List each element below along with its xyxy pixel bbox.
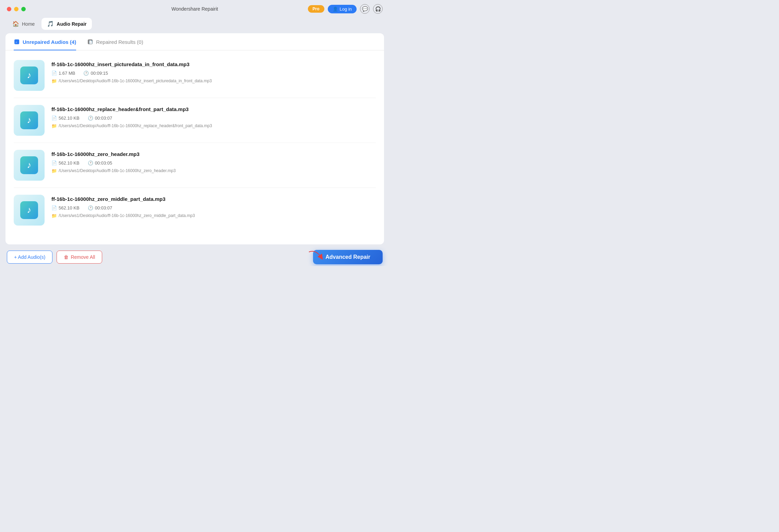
user-icon: 👤 [333, 7, 338, 12]
file-thumbnail: ♪ [14, 60, 45, 91]
file-size-value: 562.10 KB [59, 116, 80, 121]
file-item: ♪ ff-16b-1c-16000hz_zero_middle_part_dat… [14, 188, 376, 232]
file-path: 📁 /Users/ws1/Desktop/Audio/ff-16b-1c-160… [51, 123, 376, 129]
file-duration: 🕐 00:03:07 [88, 116, 112, 121]
file-duration-value: 00:03:07 [95, 116, 112, 121]
file-size-icon: 📄 [51, 116, 57, 121]
folder-icon: 📁 [51, 213, 57, 218]
file-meta: 📄 562.10 KB 🕐 00:03:07 [51, 116, 376, 121]
file-thumbnail: ♪ [14, 105, 45, 136]
clock-icon: 🕐 [88, 160, 93, 166]
audio-repair-icon: 🎵 [47, 21, 54, 27]
file-duration: 🕐 00:09:15 [83, 71, 108, 76]
file-size: 📄 562.10 KB [51, 160, 80, 166]
file-list: ♪ ff-16b-1c-16000hz_insert_picturedata_i… [5, 50, 384, 245]
file-size-value: 1.67 MB [59, 71, 75, 76]
file-info: ff-16b-1c-16000hz_replace_header&front_p… [51, 105, 376, 129]
file-path-value: /Users/ws1/Desktop/Audio/ff-16b-1c-16000… [59, 213, 195, 218]
file-thumbnail: ♪ [14, 150, 45, 181]
clock-icon: 🕐 [88, 205, 93, 210]
file-name: ff-16b-1c-16000hz_zero_middle_part_data.… [51, 196, 376, 202]
file-size: 📄 562.10 KB [51, 205, 80, 210]
music-note-icon: ♪ [27, 205, 32, 215]
file-info: ff-16b-1c-16000hz_zero_header.mp3 📄 562.… [51, 150, 376, 173]
repaired-tab-icon: 📄 [87, 39, 93, 45]
traffic-lights [7, 7, 26, 11]
file-item: ♪ ff-16b-1c-16000hz_zero_header.mp3 📄 56… [14, 143, 376, 188]
home-icon: 🏠 [12, 21, 19, 27]
music-note-icon: ♪ [27, 70, 32, 81]
tab-unrepaired-label: Unrepaired Audios (4) [23, 39, 76, 45]
file-name: ff-16b-1c-16000hz_zero_header.mp3 [51, 151, 376, 157]
folder-icon: 📁 [51, 78, 57, 84]
maximize-button[interactable] [21, 7, 26, 11]
file-name: ff-16b-1c-16000hz_insert_picturedata_in_… [51, 61, 376, 67]
title-bar-right: Pro 👤 Log in 💬 🎧 [308, 4, 383, 14]
file-path-value: /Users/ws1/Desktop/Audio/ff-16b-1c-16000… [59, 123, 212, 128]
tab-repaired-label: Repaired Results (0) [96, 39, 143, 45]
nav-audio-repair-label: Audio Repair [57, 21, 86, 27]
file-path-value: /Users/ws1/Desktop/Audio/ff-16b-1c-16000… [59, 168, 176, 173]
file-size-icon: 📄 [51, 205, 57, 210]
unrepaired-tab-icon: ♪ [14, 39, 20, 45]
nav-bar: 🏠 Home 🎵 Audio Repair [0, 16, 389, 33]
music-note-icon: ♪ [27, 115, 32, 125]
file-path: 📁 /Users/ws1/Desktop/Audio/ff-16b-1c-160… [51, 78, 376, 84]
svg-text:📄: 📄 [89, 40, 93, 44]
svg-text:♪: ♪ [15, 40, 17, 44]
remove-all-button[interactable]: 🗑 Remove All [57, 251, 102, 264]
file-size-value: 562.10 KB [59, 160, 80, 166]
headphone-icon[interactable]: 🎧 [373, 4, 383, 14]
arrow-indicator [307, 248, 324, 263]
file-duration: 🕐 00:03:05 [88, 160, 112, 166]
file-size: 📄 1.67 MB [51, 71, 75, 76]
nav-home-label: Home [22, 21, 35, 27]
add-audio-button[interactable]: + Add Audio(s) [7, 251, 52, 264]
clock-icon: 🕐 [88, 116, 93, 121]
folder-icon: 📁 [51, 123, 57, 129]
tabs-bar: ♪ Unrepaired Audios (4) 📄 Repaired Resul… [5, 33, 384, 50]
clock-icon: 🕐 [83, 71, 89, 76]
file-duration-value: 00:09:15 [91, 71, 108, 76]
file-thumb-inner: ♪ [20, 66, 38, 84]
minimize-button[interactable] [14, 7, 19, 11]
file-meta: 📄 1.67 MB 🕐 00:09:15 [51, 71, 376, 76]
chat-icon[interactable]: 💬 [360, 4, 370, 14]
file-path-value: /Users/ws1/Desktop/Audio/ff-16b-1c-16000… [59, 78, 212, 83]
trash-icon: 🗑 [64, 254, 69, 260]
file-thumb-inner: ♪ [20, 156, 38, 174]
bottom-left-buttons: + Add Audio(s) 🗑 Remove All [7, 251, 102, 264]
file-info: ff-16b-1c-16000hz_insert_picturedata_in_… [51, 60, 376, 84]
file-size-icon: 📄 [51, 71, 57, 76]
file-path: 📁 /Users/ws1/Desktop/Audio/ff-16b-1c-160… [51, 168, 376, 173]
file-duration-value: 00:03:07 [95, 205, 112, 210]
music-note-icon: ♪ [27, 160, 32, 170]
file-name: ff-16b-1c-16000hz_replace_header&front_p… [51, 106, 376, 112]
title-bar: Wondershare Repairit Pro 👤 Log in 💬 🎧 [0, 0, 389, 16]
file-meta: 📄 562.10 KB 🕐 00:03:07 [51, 205, 376, 210]
login-button[interactable]: 👤 Log in [328, 5, 357, 13]
file-thumb-inner: ♪ [20, 111, 38, 129]
bottom-bar: + Add Audio(s) 🗑 Remove All Advanced Rep… [0, 244, 389, 266]
file-info: ff-16b-1c-16000hz_zero_middle_part_data.… [51, 195, 376, 218]
tab-unrepaired[interactable]: ♪ Unrepaired Audios (4) [14, 39, 76, 50]
file-item: ♪ ff-16b-1c-16000hz_insert_picturedata_i… [14, 53, 376, 98]
app-title: Wondershare Repairit [171, 6, 218, 12]
file-duration: 🕐 00:03:07 [88, 205, 112, 210]
close-button[interactable] [7, 7, 11, 11]
file-thumb-inner: ♪ [20, 201, 38, 219]
tab-repaired[interactable]: 📄 Repaired Results (0) [87, 39, 143, 50]
remove-all-label: Remove All [71, 254, 95, 260]
nav-audio-repair[interactable]: 🎵 Audio Repair [41, 18, 92, 30]
file-size-icon: 📄 [51, 160, 57, 166]
nav-home[interactable]: 🏠 Home [7, 18, 40, 30]
file-size: 📄 562.10 KB [51, 116, 80, 121]
file-item: ♪ ff-16b-1c-16000hz_replace_header&front… [14, 98, 376, 143]
pro-badge[interactable]: Pro [308, 5, 324, 13]
folder-icon: 📁 [51, 168, 57, 173]
arrow-svg [307, 248, 324, 262]
file-path: 📁 /Users/ws1/Desktop/Audio/ff-16b-1c-160… [51, 213, 376, 218]
file-meta: 📄 562.10 KB 🕐 00:03:05 [51, 160, 376, 166]
main-content: ♪ Unrepaired Audios (4) 📄 Repaired Resul… [5, 33, 384, 244]
file-size-value: 562.10 KB [59, 205, 80, 210]
